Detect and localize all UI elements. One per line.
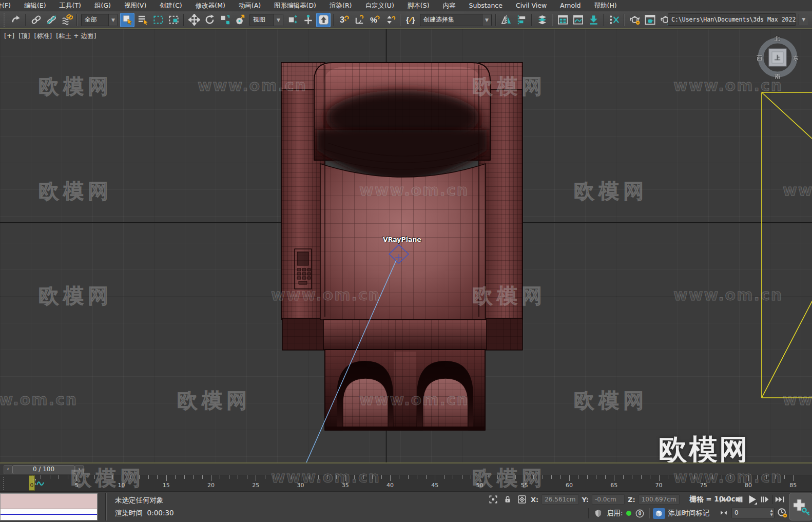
listener-macro-row[interactable] (0, 493, 98, 509)
rendered-frame-window-button[interactable] (643, 13, 657, 27)
viewcube[interactable]: 北 东 南 西 上 (757, 36, 799, 79)
previous-frame-button[interactable] (732, 493, 745, 506)
render-setup-button[interactable] (627, 13, 642, 27)
reference-coordinate-dropdown[interactable]: 视图▼ (249, 14, 283, 26)
menu-item-2[interactable]: 编辑(E) (17, 0, 53, 11)
selection-filter-dropdown[interactable]: 全部▼ (81, 14, 118, 26)
curve-editor-button[interactable] (571, 13, 585, 27)
previous-key-button[interactable]: ‹ (4, 465, 12, 474)
menu-item-16[interactable]: Arnold (553, 0, 587, 11)
menu-item-8[interactable]: 动画(A) (232, 0, 267, 11)
viewcube-south-label[interactable]: 南 (775, 73, 780, 81)
redo-icon[interactable] (8, 13, 23, 27)
named-selection-sets-dropdown[interactable]: 创建选择集▼ (420, 14, 492, 26)
mirror-button[interactable] (499, 13, 513, 27)
viewport-canvas[interactable] (0, 29, 812, 463)
zero-badge[interactable]: 0 (634, 508, 646, 519)
menu-item-5[interactable]: 视图(V) (118, 0, 153, 11)
scene-explorer-toggle[interactable] (535, 13, 549, 27)
schematic-view-button[interactable] (607, 13, 621, 27)
menu-item-12[interactable]: 脚本(S) (401, 0, 436, 11)
chevron-down-icon[interactable]: ▼ (274, 14, 283, 26)
menu-item-15[interactable]: Civil View (509, 0, 553, 11)
use-pivot-center-button[interactable] (285, 13, 300, 27)
x-coordinate-field[interactable]: 26.561cm (542, 494, 578, 505)
viewcube-top-label[interactable]: 上 (775, 54, 780, 62)
chevron-down-icon[interactable]: ▼ (108, 14, 118, 26)
menu-item-13[interactable]: 内容 (436, 0, 462, 11)
menu-item-10[interactable]: 渲染(R) (323, 0, 358, 11)
viewcube-east-label[interactable]: 东 (793, 54, 799, 62)
select-by-name-button[interactable] (136, 13, 150, 27)
y-coordinate-field[interactable]: -0.0cm (592, 494, 625, 505)
next-frame-button[interactable] (759, 493, 771, 506)
trackbar-grip[interactable] (2, 477, 6, 490)
play-button[interactable] (746, 493, 758, 506)
massage-chair-model[interactable] (281, 63, 523, 430)
toolbar-grip[interactable] (3, 13, 6, 27)
toolbar-separator (333, 14, 334, 26)
chevron-down-icon[interactable]: ▼ (482, 14, 491, 26)
time-configuration-button[interactable] (776, 507, 788, 519)
current-frame-field[interactable]: 0▲▼ (731, 508, 775, 518)
vray-light-gizmo[interactable] (762, 92, 812, 398)
menu-item-3[interactable]: 工具(T) (53, 0, 88, 11)
window-crossing-toggle[interactable] (166, 13, 181, 27)
viewport-menu-standard[interactable]: [标准] (34, 32, 52, 40)
keyboard-override-toggle[interactable] (316, 13, 331, 27)
menu-item-11[interactable]: 自定义(U) (358, 0, 400, 11)
angle-snap-toggle[interactable] (352, 13, 366, 27)
select-object-button[interactable] (120, 13, 134, 27)
menu-item-17[interactable]: 帮助(H) (588, 0, 624, 11)
rectangular-selection-region-button[interactable] (151, 13, 165, 27)
project-folder-dropdown[interactable]: C:\Users\Han\Documents\3ds Max 2022 ▼ (668, 13, 796, 26)
select-and-link-icon[interactable] (29, 13, 43, 27)
menu-item-14[interactable]: Substance (462, 0, 509, 11)
selection-lock-icon[interactable] (502, 494, 513, 505)
viewport-menu-shading[interactable]: [粘土 + 边面] (56, 32, 96, 40)
snap-toggle-3d[interactable]: 3 (337, 13, 351, 27)
set-keys-button[interactable] (789, 493, 812, 520)
menu-item-7[interactable]: 修改器(M) (189, 0, 232, 11)
time-slider-handle[interactable]: 0 / 100 (12, 465, 75, 474)
next-key-button[interactable]: › (75, 465, 84, 474)
ruler-tick (229, 475, 229, 479)
spinner-snap-toggle[interactable] (383, 13, 397, 27)
shield-icon[interactable] (592, 508, 604, 519)
ruler-tick (659, 475, 660, 481)
go-to-start-button[interactable] (718, 493, 730, 506)
viewcube-west-label[interactable]: 西 (757, 54, 762, 62)
align-button[interactable] (514, 13, 529, 27)
menu-item-4[interactable]: 组(G) (88, 0, 118, 11)
ruler-tick-label: 60 (566, 482, 573, 489)
select-and-rotate-button[interactable] (202, 13, 217, 27)
edit-named-selection-sets-button[interactable]: {} (403, 13, 418, 27)
unlink-selection-icon[interactable] (44, 13, 59, 27)
maxscript-mini-listener[interactable] (0, 493, 98, 520)
menu-item-1[interactable]: 文件(F) (0, 0, 17, 11)
viewcube-north-label[interactable]: 北 (775, 35, 780, 43)
ribbon-toggle[interactable] (586, 13, 601, 27)
layer-explorer-toggle[interactable] (555, 13, 570, 27)
add-time-tag-label[interactable]: 添加时间标记 (668, 509, 710, 518)
percent-snap-toggle[interactable]: % (368, 13, 382, 27)
z-coordinate-field[interactable]: 100.697cm (639, 494, 680, 505)
select-and-move-button[interactable] (187, 13, 201, 27)
select-and-place-button[interactable] (233, 13, 247, 27)
go-to-end-button[interactable] (774, 493, 786, 506)
menu-item-6[interactable]: 创建(C) (153, 0, 188, 11)
select-and-scale-button[interactable] (218, 13, 232, 27)
isolate-selection-icon[interactable] (488, 494, 499, 505)
select-and-manipulate-button[interactable] (301, 13, 315, 27)
viewport-menu-general[interactable]: [+] (4, 32, 14, 40)
top-viewport[interactable]: [+] [顶] [标准] [粘土 + 边面] (0, 29, 812, 463)
track-bar[interactable]: 0510152025303540455055606570758085 (0, 475, 812, 492)
menu-item-9[interactable]: 图形编辑器(D) (267, 0, 323, 11)
absolute-mode-icon[interactable] (516, 494, 528, 505)
key-mode-toggle[interactable] (718, 507, 730, 519)
bind-to-space-warp-icon[interactable] (60, 13, 74, 27)
listener-script-row[interactable] (0, 509, 98, 520)
viewport-menu-view[interactable]: [顶] (18, 32, 30, 40)
time-tag-cube-icon[interactable] (653, 508, 665, 519)
chevron-down-icon[interactable]: ▼ (799, 14, 808, 25)
